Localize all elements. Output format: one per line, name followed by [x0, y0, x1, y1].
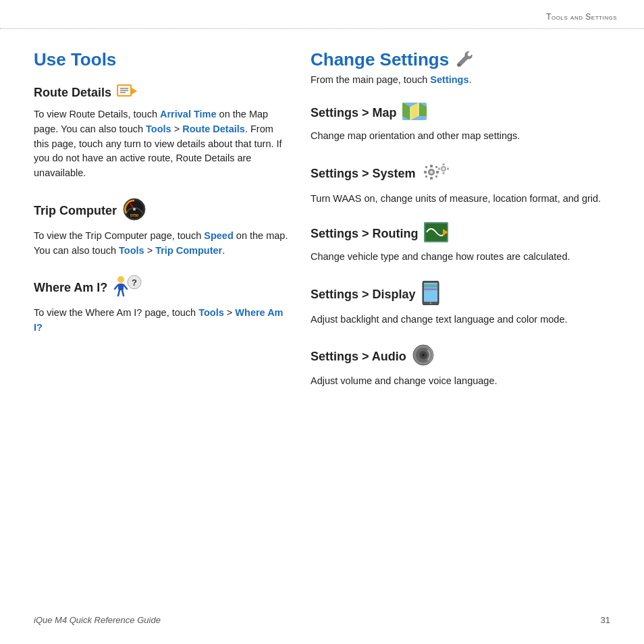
route-details-body: To view Route Details, touch Arrival Tim…	[34, 107, 290, 181]
right-column: Change Settings From the main page, touc…	[311, 49, 608, 405]
trip-computer-label: Trip Computer	[34, 204, 117, 218]
settings-map-heading: Settings > Map	[311, 101, 608, 125]
page-footer: iQue M4 Quick Reference Guide 31	[0, 615, 644, 625]
svg-line-15	[118, 290, 119, 296]
svg-rect-40	[438, 167, 440, 169]
speed-link[interactable]: Speed	[204, 230, 234, 241]
svg-rect-47	[424, 284, 437, 288]
svg-line-13	[115, 285, 118, 289]
trip-computer-body: To view the Trip Computer page, touch Sp…	[34, 229, 290, 259]
svg-rect-12	[118, 284, 124, 290]
svg-text:0750: 0750	[130, 213, 138, 217]
svg-point-11	[117, 276, 124, 283]
tools-link-2[interactable]: Tools	[119, 245, 144, 256]
route-details-label: Route Details	[34, 86, 111, 100]
content-area: Use Tools Route Details To view Route De…	[0, 29, 644, 405]
where-am-i-icon: ?	[113, 274, 142, 302]
svg-line-16	[122, 290, 124, 296]
settings-routing-heading: Settings > Routing	[311, 222, 608, 246]
svg-rect-39	[442, 172, 444, 174]
svg-rect-33	[435, 165, 437, 168]
header-title: Tools and Settings	[546, 12, 617, 22]
page-header: Tools and Settings	[0, 0, 644, 29]
footer-left: iQue M4 Quick Reference Guide	[34, 615, 161, 625]
trip-computer-link[interactable]: Trip Computer	[155, 245, 222, 256]
svg-rect-34	[425, 175, 427, 178]
tools-link-3[interactable]: Tools	[198, 307, 224, 318]
svg-rect-31	[436, 171, 439, 173]
where-am-i-link[interactable]: Where Am I?	[34, 307, 284, 333]
route-details-heading: Route Details	[34, 82, 290, 103]
route-icon	[117, 82, 137, 103]
map-icon	[402, 101, 427, 125]
settings-map-body: Change map orientation and other map set…	[311, 129, 608, 144]
svg-rect-29	[430, 177, 433, 180]
left-column: Use Tools Route Details To view Route De…	[34, 49, 290, 405]
use-tools-title: Use Tools	[34, 49, 290, 70]
trip-computer-icon: 0750	[122, 197, 146, 225]
svg-point-49	[429, 302, 431, 304]
svg-marker-5	[132, 88, 137, 95]
svg-rect-32	[425, 165, 427, 168]
settings-routing-body: Change vehicle type and change how route…	[311, 250, 608, 265]
settings-display-body: Adjust backlight and change text languag…	[311, 313, 608, 327]
footer-page-number: 31	[601, 615, 610, 625]
change-settings-title: Change Settings	[311, 49, 449, 70]
svg-point-27	[429, 170, 433, 173]
settings-link[interactable]: Settings	[430, 74, 468, 85]
svg-point-9	[133, 208, 136, 211]
svg-rect-28	[430, 165, 433, 167]
settings-system-label: Settings > System	[311, 167, 416, 181]
svg-rect-30	[424, 171, 427, 173]
route-details-link[interactable]: Route Details	[182, 124, 245, 134]
svg-rect-48	[424, 288, 437, 290]
svg-point-19	[458, 64, 460, 66]
settings-map-label: Settings > Map	[311, 106, 397, 120]
settings-routing-label: Settings > Routing	[311, 227, 419, 241]
svg-point-53	[422, 354, 425, 356]
settings-audio-heading: Settings > Audio	[311, 344, 608, 370]
svg-line-14	[124, 285, 127, 289]
wrench-icon	[456, 50, 473, 70]
change-settings-subtitle: From the main page, touch Settings.	[311, 73, 608, 88]
svg-rect-35	[435, 175, 437, 178]
routing-icon	[424, 222, 448, 246]
arrival-time-link[interactable]: Arrival Time	[160, 109, 217, 119]
settings-system-body: Turn WAAS on, change units of measure, l…	[311, 192, 608, 207]
tools-link-1[interactable]: Tools	[146, 124, 171, 134]
svg-text:?: ?	[132, 277, 137, 288]
settings-audio-body: Adjust volume and change voice language.	[311, 374, 608, 389]
audio-icon	[412, 344, 435, 370]
settings-display-heading: Settings > Display	[311, 281, 608, 308]
svg-rect-41	[447, 167, 449, 169]
settings-audio-label: Settings > Audio	[311, 350, 406, 364]
svg-point-37	[442, 167, 445, 170]
settings-display-label: Settings > Display	[311, 288, 416, 302]
settings-system-heading: Settings > System	[311, 160, 608, 188]
system-icon	[421, 160, 452, 188]
where-am-i-heading: Where Am I? ?	[34, 274, 290, 302]
where-am-i-body: To view the Where Am I? page, touch Tool…	[34, 306, 290, 336]
where-am-i-label: Where Am I?	[34, 281, 107, 295]
display-icon	[421, 281, 440, 308]
trip-computer-heading: Trip Computer 0750	[34, 197, 290, 225]
svg-rect-38	[442, 163, 444, 165]
